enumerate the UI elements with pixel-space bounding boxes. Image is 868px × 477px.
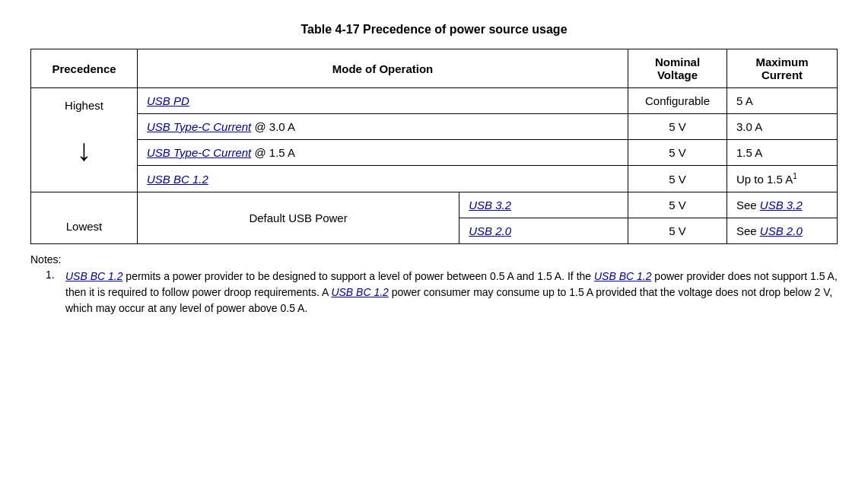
mode-usb-bc-cell: USB BC 1.2 <box>138 166 628 192</box>
voltage-usb-bc-cell: 5 V <box>628 166 727 192</box>
voltage-usb-32-cell: 5 V <box>628 192 727 218</box>
typec-3a-link[interactable]: USB Type-C Current <box>147 120 251 133</box>
voltage-typec-1-5a-cell: 5 V <box>628 140 727 166</box>
usb-20-current-link[interactable]: USB 2.0 <box>760 224 803 237</box>
table-row: Lowest Default USB Power USB 3.2 5 V See… <box>31 192 838 218</box>
usb-pd-link[interactable]: USB PD <box>147 94 189 107</box>
main-table: Precedence Mode of Operation NominalVolt… <box>30 49 838 244</box>
mode-typec-1-5a-cell: USB Type-C Current @ 1.5 A <box>138 140 628 166</box>
voltage-usb-pd-cell: Configurable <box>628 88 727 114</box>
current-usb-pd-cell: 5 A <box>727 88 838 114</box>
current-usb-32-cell: See USB 3.2 <box>727 192 838 218</box>
usb-20-link[interactable]: USB 2.0 <box>469 224 511 237</box>
mode-typec-3a-cell: USB Type-C Current @ 3.0 A <box>138 114 628 140</box>
table-row: USB Type-C Current @ 3.0 A 5 V 3.0 A <box>31 114 838 140</box>
note-text: USB BC 1.2 permits a power provider to b… <box>65 269 838 316</box>
col-header-precedence: Precedence <box>31 49 138 88</box>
note-bc-link-3[interactable]: USB BC 1.2 <box>331 286 388 298</box>
precedence-lowest-cell: Lowest <box>31 192 138 244</box>
current-usb-bc-cell: Up to 1.5 A1 <box>727 166 838 192</box>
current-usb-20-cell: See USB 2.0 <box>727 218 838 244</box>
current-typec-3a-cell: 3.0 A <box>727 114 838 140</box>
table-row: Highest ↓ USB PD Configurable 5 A <box>31 88 838 114</box>
mode-usb-pd-cell: USB PD <box>138 88 628 114</box>
voltage-typec-3a-cell: 5 V <box>628 114 727 140</box>
precedence-highest-cell: Highest ↓ <box>31 88 138 192</box>
usb-32-link[interactable]: USB 3.2 <box>469 199 511 211</box>
notes-title: Notes: <box>30 253 838 266</box>
table-row: USB Type-C Current @ 1.5 A 5 V 1.5 A <box>31 140 838 166</box>
table-row: USB BC 1.2 5 V Up to 1.5 A1 <box>31 166 838 192</box>
col-header-mode: Mode of Operation <box>138 49 628 88</box>
typec-1-5a-link[interactable]: USB Type-C Current <box>147 146 251 159</box>
voltage-usb-20-cell: 5 V <box>628 218 727 244</box>
note-bc-link-2[interactable]: USB BC 1.2 <box>594 270 651 282</box>
submode-usb-20-cell: USB 2.0 <box>459 218 628 244</box>
notes-section: Notes: 1. USB BC 1.2 permits a power pro… <box>30 253 838 316</box>
submode-usb-32-cell: USB 3.2 <box>459 192 628 218</box>
page-title: Table 4-17 Precedence of power source us… <box>30 23 838 37</box>
mode-default-usb-cell: Default USB Power <box>138 192 459 244</box>
note-item: 1. USB BC 1.2 permits a power provider t… <box>46 269 838 316</box>
col-header-current: MaximumCurrent <box>727 49 838 88</box>
current-typec-1-5a-cell: 1.5 A <box>727 140 838 166</box>
col-header-voltage: NominalVoltage <box>628 49 727 88</box>
note-bc-link-1[interactable]: USB BC 1.2 <box>65 270 122 282</box>
usb-bc-link[interactable]: USB BC 1.2 <box>147 173 208 186</box>
note-number: 1. <box>46 269 58 316</box>
usb-32-current-link[interactable]: USB 3.2 <box>760 199 803 211</box>
